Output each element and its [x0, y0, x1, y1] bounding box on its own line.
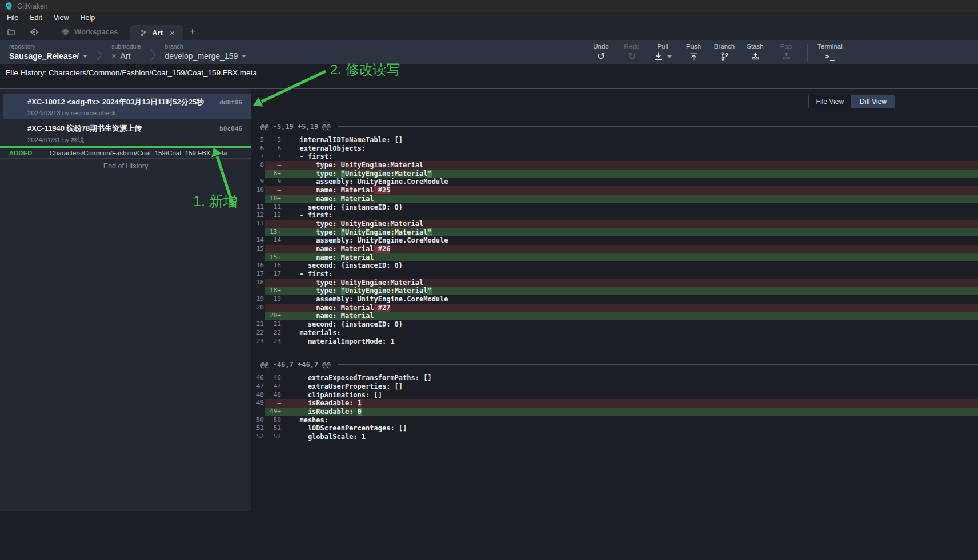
diff-line-added: 10+ name: Material — [251, 195, 978, 203]
chevron-down-icon[interactable] — [667, 55, 672, 58]
diff-line-added: 13+ type: "UnityEngine:Material" — [251, 228, 978, 237]
diff-line: 5252 globalScale: 1 — [251, 433, 978, 441]
main-content: #XC-10012 <adg-fix> 2024年03月13日11时52分25秒… — [0, 89, 978, 533]
submodule-close-icon[interactable]: × — [111, 51, 116, 61]
menu-item-help[interactable]: Help — [75, 14, 101, 22]
diff-line-removed: 10— name: Material #25 — [251, 186, 978, 195]
title-bar: GitKraken — [0, 0, 978, 12]
preferences-button[interactable] — [23, 23, 46, 40]
workspaces-button[interactable]: Workspaces — [49, 23, 130, 40]
diff-hunk: @@ -5,19 +5,19 @@55 internalIDToNameTabl… — [251, 122, 978, 345]
pop-label: Pop — [780, 43, 792, 50]
diff-line: 66 externalObjects: — [251, 144, 978, 153]
diff-line: 4646 extraExposedTransformPaths: [] — [251, 374, 978, 382]
redo-icon: ↻ — [628, 51, 636, 61]
diff-line: 99 assembly: UnityEngine.CoreModule — [251, 178, 978, 186]
commit-title: #XC-10012 <adg-fix> 2024年03月13日11时52分25秒 — [27, 97, 204, 107]
app-title: GitKraken — [17, 2, 47, 10]
diff-line: 1414 assembly: UnityEngine.CoreModule — [251, 236, 978, 245]
undo-button[interactable]: Undo↺ — [586, 43, 616, 61]
commit-list: #XC-10012 <adg-fix> 2024年03月13日11时52分25秒… — [0, 94, 251, 145]
branch-label: branch — [165, 43, 247, 50]
view-toggle: File View Diff View — [251, 95, 895, 108]
hunk-header: @@ -46,7 +46,7 @@ — [251, 360, 978, 369]
chevron-right-icon — [150, 49, 156, 61]
diff-line: 2323 materialImportMode: 1 — [251, 337, 978, 346]
menu-item-edit[interactable]: Edit — [24, 14, 48, 22]
commit-title: #XC-11940 缤纷78期书生资源上传 — [27, 123, 142, 134]
submodule-label: submodule — [111, 43, 141, 50]
menu-item-file[interactable]: File — [1, 14, 24, 22]
diff-line: 4848 clipAnimations: [] — [251, 391, 978, 400]
menu-item-view[interactable]: View — [48, 14, 75, 22]
push-button[interactable]: Push — [678, 43, 709, 61]
pull-button[interactable]: Pull — [647, 43, 678, 61]
new-tab-button[interactable]: + — [183, 23, 202, 40]
open-repo-button[interactable] — [0, 23, 23, 40]
diff-line-removed: 49— isReadable: 1 — [251, 399, 978, 408]
folder-icon — [7, 27, 16, 37]
file-status-badge: ADDED — [9, 150, 33, 156]
submodule-value: Art — [120, 51, 130, 61]
file-path: Characters/Common/Fashion/Coat_159/Coat_… — [50, 150, 227, 156]
terminal-button[interactable]: Terminal>_ — [815, 43, 845, 61]
tabbar-divider — [47, 27, 47, 37]
toolbar-divider — [807, 44, 808, 62]
branch-value: develop_merge_159 — [165, 51, 238, 61]
stash-button[interactable]: Stash — [740, 43, 771, 61]
diff-line: 2121 second: {instanceID: 0} — [251, 320, 978, 329]
commit-hash: b8c046 — [214, 125, 242, 132]
diff-line-removed: 20— name: Material #27 — [251, 304, 978, 312]
file-history-title: File History: Characters/Common/Fashion/… — [6, 69, 257, 77]
branch-button[interactable]: Branch — [709, 43, 740, 61]
diff-view-button[interactable]: Diff View — [852, 95, 895, 108]
diff-content: @@ -5,19 +5,19 @@55 internalIDToNameTabl… — [251, 122, 978, 441]
gitkraken-logo-icon — [5, 2, 13, 10]
toolbar-context: repository Sausage_Release/ submodule × … — [0, 40, 246, 61]
pop-icon — [781, 51, 791, 61]
branch-selector[interactable]: branch develop_merge_159 — [165, 43, 247, 61]
workspaces-label: Workspaces — [74, 27, 118, 36]
toolbar-actions: Undo↺Redo↻PullPushBranchStashPopTerminal… — [586, 40, 845, 62]
push-label: Push — [686, 43, 701, 50]
branch-tab-icon — [139, 29, 147, 37]
diff-line-removed: 15— name: Material #26 — [251, 245, 978, 253]
file-history-header: File History: Characters/Common/Fashion/… — [0, 64, 978, 89]
repository-selector[interactable]: repository Sausage_Release/ — [9, 43, 87, 61]
tab-close-icon[interactable]: × — [170, 28, 175, 38]
tab-art[interactable]: Art × — [130, 25, 183, 40]
chevron-down-icon — [83, 55, 87, 58]
branch-icon — [720, 51, 730, 61]
diff-panel: File View Diff View @@ -5,19 +5,19 @@55 … — [251, 89, 978, 533]
push-icon — [689, 51, 699, 61]
file-view-button[interactable]: File View — [808, 95, 852, 108]
file-entry-row[interactable]: ADDED Characters/Common/Fashion/Coat_159… — [0, 148, 251, 159]
commit-list-panel: #XC-10012 <adg-fix> 2024年03月13日11时52分25秒… — [0, 89, 251, 511]
diff-line-removed: 13— type: UnityEngine:Material — [251, 220, 978, 228]
submodule-selector[interactable]: submodule × Art — [111, 43, 141, 61]
diff-line: 1212 - first: — [251, 211, 978, 220]
diff-line: 1616 second: {instanceID: 0} — [251, 261, 978, 270]
undo-label: Undo — [593, 43, 609, 50]
diff-line-added: 18+ type: "UnityEngine:Material" — [251, 287, 978, 295]
repository-label: repository — [9, 43, 87, 50]
diff-line: 5050 meshes: — [251, 416, 978, 425]
chevron-right-icon — [97, 49, 102, 61]
branch-label: Branch — [714, 43, 735, 50]
diff-hunk: @@ -46,7 +46,7 @@4646 extraExposedTransf… — [251, 360, 978, 441]
redo-label: Redo — [624, 43, 640, 50]
diff-line: 77 - first: — [251, 152, 978, 161]
diff-line: 1919 assembly: UnityEngine.CoreModule — [251, 295, 978, 304]
diff-line-added: 49+ isReadable: 0 — [251, 408, 978, 416]
tab-art-label: Art — [152, 29, 163, 37]
commit-row[interactable]: #XC-10012 <adg-fix> 2024年03月13日11时52分25秒… — [3, 94, 251, 119]
commit-hash: dd8f06 — [214, 99, 242, 106]
diff-line: 2222 materials: — [251, 329, 978, 337]
commit-row[interactable]: #XC-11940 缤纷78期书生资源上传b8c0462024/01/31 by… — [3, 120, 251, 145]
diff-line: 4747 extraUserProperties: [] — [251, 382, 978, 391]
toolbar: repository Sausage_Release/ submodule × … — [0, 40, 978, 64]
diff-line-removed: 8— type: UnityEngine:Material — [251, 161, 978, 170]
diff-line: 55 internalIDToNameTable: [] — [251, 136, 978, 144]
diff-line-removed: 18— type: UnityEngine:Material — [251, 279, 978, 287]
workspaces-icon — [61, 27, 70, 36]
